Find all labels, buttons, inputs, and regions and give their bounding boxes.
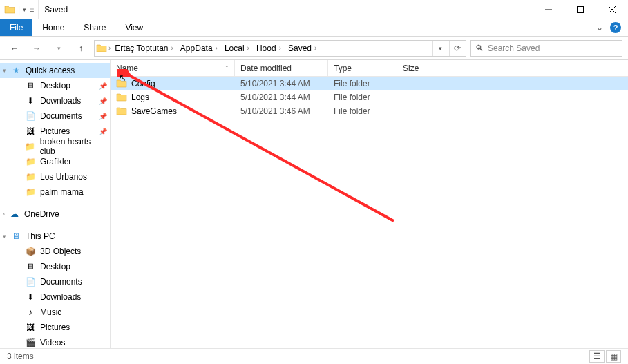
address-bar[interactable]: › Ertaç Toptutan › AppData › Local › Hoo…: [94, 40, 466, 57]
sidebar-item[interactable]: 📁palm mama: [0, 184, 110, 200]
qat-separator: |: [18, 5, 20, 15]
document-icon: 📄: [25, 276, 36, 287]
sidebar-item-label: 3D Objects: [40, 247, 81, 256]
sidebar-item[interactable]: ⬇Downloads📌: [0, 93, 110, 108]
chevron-right-icon[interactable]: ›: [108, 44, 111, 52]
download-icon: ⬇: [25, 95, 36, 106]
column-type[interactable]: Type: [328, 60, 397, 76]
folder-icon: [96, 43, 107, 54]
chevron-down-icon[interactable]: ▾: [3, 233, 6, 240]
refresh-button[interactable]: ⟳: [449, 41, 464, 56]
qat-overflow[interactable]: ≡: [29, 5, 34, 15]
sidebar-item-label: broken hearts club: [40, 137, 107, 156]
window-title: Saved: [38, 0, 533, 19]
folder-icon: [4, 4, 15, 15]
quick-access-toolbar: | ▾ ≡: [0, 4, 38, 15]
pin-icon: 📌: [99, 113, 107, 120]
file-date: 5/10/2021 3:44 AM: [235, 93, 328, 102]
maximize-button[interactable]: [564, 0, 596, 19]
file-type: File folder: [328, 93, 397, 102]
breadcrumb-segment[interactable]: Saved ›: [285, 41, 319, 56]
sidebar-item[interactable]: 🖥Desktop: [0, 259, 110, 274]
sidebar-item-label: Pictures: [40, 323, 70, 332]
3d-icon: 📦: [25, 246, 36, 257]
star-icon: ★: [10, 65, 21, 76]
desktop-icon: 🖥: [25, 80, 36, 91]
file-row[interactable]: SaveGames5/10/2021 3:46 AMFile folder: [111, 104, 628, 118]
sidebar-item[interactable]: 📄Documents: [0, 274, 110, 289]
ribbon-collapse-icon[interactable]: ⌄: [596, 23, 603, 32]
download-icon: ⬇: [25, 291, 36, 303]
breadcrumb-segment[interactable]: Hood ›: [254, 41, 284, 56]
sidebar-item[interactable]: 📁Los Urbanos: [0, 169, 110, 184]
minimize-button[interactable]: [533, 0, 564, 19]
sidebar-item[interactable]: ♪Music: [0, 305, 110, 320]
sidebar-item-label: Pictures: [40, 126, 70, 136]
sidebar-this-pc[interactable]: ▾ 🖥 This PC: [0, 229, 110, 244]
sidebar-item[interactable]: 🖥Desktop📌: [0, 78, 110, 93]
title-bar: | ▾ ≡ Saved: [0, 0, 628, 19]
sidebar-item[interactable]: 📄Documents📌: [0, 108, 110, 124]
ribbon-tabs: File Home Share View ⌄ ?: [0, 19, 628, 37]
sidebar-item[interactable]: 📁Grafikler: [0, 154, 110, 169]
breadcrumb-segment[interactable]: AppData ›: [178, 41, 220, 56]
view-icons-button[interactable]: ▦: [606, 350, 621, 363]
folder-icon: [116, 92, 127, 103]
breadcrumb-segment[interactable]: Local ›: [222, 41, 252, 56]
file-date: 5/10/2021 3:44 AM: [235, 79, 328, 88]
sidebar-item-label: Desktop: [40, 262, 70, 271]
tab-file[interactable]: File: [0, 19, 32, 36]
file-name: SaveGames: [131, 106, 177, 116]
tab-home[interactable]: Home: [32, 19, 74, 36]
tab-view[interactable]: View: [115, 19, 153, 36]
chevron-right-icon[interactable]: ›: [3, 211, 5, 218]
up-button[interactable]: ↑: [72, 39, 90, 57]
pin-icon: 📌: [99, 82, 107, 90]
pin-icon: 📌: [99, 97, 107, 105]
sidebar-onedrive[interactable]: › ☁ OneDrive: [0, 207, 110, 222]
view-details-button[interactable]: ☰: [589, 350, 605, 363]
column-size[interactable]: Size: [397, 60, 459, 76]
forward-button[interactable]: →: [28, 39, 46, 57]
sidebar-item-label: Los Urbanos: [40, 172, 87, 182]
folder-icon: 📁: [25, 171, 36, 182]
qat-dropdown-icon[interactable]: ▾: [23, 6, 26, 13]
sidebar-item[interactable]: 📦3D Objects: [0, 244, 110, 259]
search-icon: 🔍︎: [475, 44, 484, 53]
navigation-bar: ← → ▾ ↑ › Ertaç Toptutan › AppData › Loc…: [0, 37, 628, 60]
svg-rect-1: [578, 6, 584, 12]
monitor-icon: 🖥: [10, 231, 21, 242]
recent-dropdown-icon[interactable]: ▾: [50, 39, 68, 57]
search-placeholder: Search Saved: [488, 44, 540, 53]
folder-icon: 📁: [25, 156, 36, 167]
column-date[interactable]: Date modified: [235, 60, 328, 76]
sidebar-item[interactable]: 📁broken hearts club: [0, 139, 110, 154]
sidebar-quick-access[interactable]: ▾ ★ Quick access: [0, 63, 110, 78]
file-row[interactable]: Config5/10/2021 3:44 AMFile folder: [111, 77, 628, 90]
desktop-icon: 🖥: [25, 261, 36, 272]
column-name[interactable]: Name˄: [111, 60, 235, 76]
sidebar-item[interactable]: ⬇Downloads: [0, 289, 110, 305]
tab-share[interactable]: Share: [74, 19, 115, 36]
picture-icon: 🖼: [25, 126, 36, 137]
breadcrumb-segment[interactable]: Ertaç Toptutan ›: [112, 41, 176, 56]
search-input[interactable]: 🔍︎ Search Saved: [470, 40, 622, 57]
music-icon: ♪: [25, 307, 36, 318]
sidebar-item-label: Grafikler: [40, 157, 71, 166]
folder-icon: 📁: [25, 186, 36, 198]
chevron-down-icon[interactable]: ▾: [3, 67, 6, 74]
back-button[interactable]: ←: [6, 39, 23, 57]
sidebar-item-label: Downloads: [40, 96, 81, 106]
help-icon[interactable]: ?: [610, 22, 621, 33]
sidebar-item[interactable]: 🖼Pictures: [0, 320, 110, 335]
status-text: 3 items: [7, 352, 34, 361]
sidebar-item-label: Documents: [40, 111, 82, 121]
video-icon: 🎬: [25, 337, 36, 348]
folder-icon: [116, 78, 127, 89]
file-type: File folder: [328, 106, 397, 116]
sidebar-item[interactable]: 🎬Videos: [0, 335, 110, 348]
pin-icon: 📌: [99, 128, 107, 135]
address-dropdown-icon[interactable]: ▾: [432, 41, 448, 56]
close-button[interactable]: [596, 0, 628, 19]
file-row[interactable]: Logs5/10/2021 3:44 AMFile folder: [111, 90, 628, 104]
